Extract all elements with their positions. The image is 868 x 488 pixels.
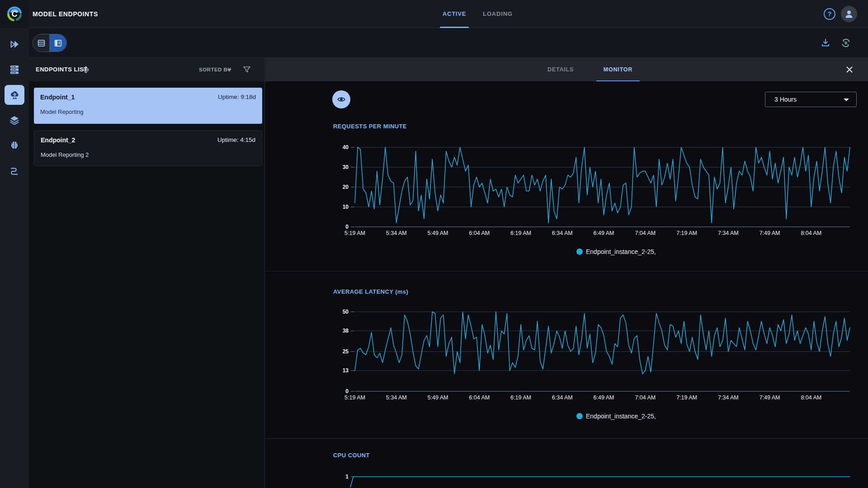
legend-label[interactable]: Endpoint_instance_2-25, — [586, 413, 656, 420]
legend-label[interactable]: Endpoint_instance_2-25, — [586, 248, 656, 255]
endpoints-list-header: ENDPOINTS LIST SORTED BY — [29, 58, 264, 81]
user-avatar[interactable] — [841, 6, 857, 22]
split-view-button[interactable] — [50, 34, 66, 52]
close-icon — [845, 66, 854, 74]
endpoint-uptime: Uptime: 4:15d — [217, 136, 255, 143]
svg-text:5:34 AM: 5:34 AM — [386, 230, 407, 236]
sidebar-item-model-endpoints[interactable] — [5, 85, 24, 105]
endpoint-card[interactable]: Endpoint_2 Uptime: 4:15d Model Reporting… — [34, 130, 262, 166]
sidebar: C — [0, 0, 29, 488]
svg-text:6:19 AM: 6:19 AM — [510, 230, 531, 236]
svg-text:5:19 AM: 5:19 AM — [344, 394, 365, 401]
filter-button[interactable] — [242, 65, 251, 74]
endpoint-uptime: Uptime: 9:18d — [218, 94, 256, 100]
sidebar-item-datasets[interactable] — [5, 110, 24, 130]
legend-marker[interactable] — [576, 413, 583, 419]
endpoint-project: Model Reporting 2 — [41, 151, 89, 158]
section-divider — [265, 438, 868, 439]
svg-text:6:49 AM: 6:49 AM — [594, 394, 614, 401]
server-rack-icon — [9, 64, 20, 75]
monitor-tab-strip: DETAILS MONITOR — [265, 58, 868, 81]
svg-text:20: 20 — [343, 184, 349, 190]
requests-per-minute-chart[interactable]: 0102030405:19 AM5:34 AM5:49 AM6:04 AM6:1… — [265, 140, 868, 258]
svg-text:1: 1 — [345, 474, 349, 480]
svg-text:7:04 AM: 7:04 AM — [635, 230, 656, 236]
svg-text:6:19 AM: 6:19 AM — [510, 394, 531, 401]
chevron-down-icon[interactable] — [227, 69, 231, 71]
cloud-gear-icon — [9, 89, 20, 100]
sort-settings-button[interactable] — [82, 66, 90, 74]
close-button[interactable] — [845, 66, 854, 74]
download-icon — [820, 38, 831, 48]
svg-text:6:04 AM: 6:04 AM — [469, 394, 490, 401]
download-button[interactable] — [820, 38, 831, 48]
sidebar-item-getting-started[interactable] — [5, 34, 24, 54]
view-toggle — [33, 34, 67, 52]
auto-refresh-icon — [840, 38, 851, 48]
endpoints-list-panel: ENDPOINTS LIST SORTED BY Endpoint_1 Upti… — [29, 58, 265, 488]
brain-icon — [9, 140, 20, 151]
legend-marker[interactable] — [576, 249, 583, 255]
help-button[interactable]: ? — [824, 8, 835, 20]
clearml-logo[interactable]: C — [0, 0, 29, 28]
svg-text:7:49 AM: 7:49 AM — [760, 230, 780, 236]
top-bar: MODEL ENDPOINTS ACTIVE LOADING ? — [29, 0, 868, 28]
svg-text:7:34 AM: 7:34 AM — [718, 230, 739, 236]
filter-funnel-icon — [242, 65, 251, 74]
svg-text:6:04 AM: 6:04 AM — [469, 230, 490, 236]
svg-text:5:49 AM: 5:49 AM — [428, 394, 448, 401]
app-root: C — [0, 0, 868, 488]
svg-text:7:19 AM: 7:19 AM — [676, 230, 697, 236]
tab-details[interactable]: DETAILS — [542, 58, 579, 81]
svg-text:C: C — [12, 9, 18, 19]
split-view-icon — [54, 39, 62, 47]
svg-text:5:49 AM: 5:49 AM — [428, 230, 448, 236]
layers-icon — [9, 115, 20, 126]
svg-text:7:34 AM: 7:34 AM — [718, 394, 739, 401]
person-icon — [844, 9, 854, 19]
tab-loading[interactable]: LOADING — [481, 0, 514, 28]
average-latency-chart[interactable]: 0132538505:19 AM5:34 AM5:49 AM6:04 AM6:1… — [265, 305, 868, 422]
time-range-value: 3 Hours — [774, 96, 797, 103]
svg-text:13: 13 — [343, 367, 349, 374]
monitor-panel-body: 3 Hours REQUESTS PER MINUTE 0102030405:1… — [265, 81, 868, 488]
sidebar-nav — [0, 34, 29, 181]
table-view-icon — [38, 39, 45, 47]
auto-refresh-button[interactable] — [840, 38, 851, 48]
endpoint-project: Model Reporting — [40, 108, 83, 115]
svg-text:7:19 AM: 7:19 AM — [676, 394, 697, 401]
svg-text:6:34 AM: 6:34 AM — [552, 394, 573, 401]
sort-arrows-icon — [82, 66, 90, 74]
clearml-logo-icon: C — [6, 5, 23, 23]
svg-text:25: 25 — [343, 348, 349, 355]
svg-text:5:34 AM: 5:34 AM — [386, 394, 407, 401]
toolbar — [29, 28, 868, 58]
sidebar-item-pipelines[interactable] — [5, 161, 24, 181]
visibility-button[interactable] — [332, 90, 350, 108]
cpu-count-chart[interactable]: 1 — [265, 470, 868, 488]
endpoint-name: Endpoint_1 — [40, 94, 75, 101]
svg-text:6:34 AM: 6:34 AM — [552, 230, 573, 236]
tab-active[interactable]: ACTIVE — [438, 0, 471, 28]
time-range-dropdown[interactable]: 3 Hours — [765, 92, 857, 107]
sidebar-item-models[interactable] — [5, 136, 24, 155]
endpoint-card-selected[interactable]: Endpoint_1 Uptime: 9:18d Model Reporting — [34, 88, 262, 124]
chart-title-latency: AVERAGE LATENCY (ms) — [333, 288, 408, 295]
pipelines-icon — [9, 165, 20, 176]
tab-monitor[interactable]: MONITOR — [598, 58, 638, 81]
svg-text:38: 38 — [343, 328, 349, 334]
svg-text:8:04 AM: 8:04 AM — [801, 394, 821, 401]
table-view-button[interactable] — [33, 34, 50, 52]
svg-text:5:19 AM: 5:19 AM — [344, 230, 365, 236]
chart-title-cpu: CPU COUNT — [333, 452, 370, 459]
sidebar-item-workers[interactable] — [5, 60, 24, 80]
chart-title-requests: REQUESTS PER MINUTE — [333, 123, 407, 130]
svg-text:0: 0 — [345, 388, 349, 394]
svg-text:40: 40 — [343, 144, 349, 150]
eye-icon — [337, 95, 346, 104]
svg-text:6:49 AM: 6:49 AM — [594, 230, 614, 236]
sorted-by-dropdown[interactable]: SORTED BY — [199, 58, 231, 81]
fast-forward-icon — [9, 39, 20, 50]
chevron-down-icon — [844, 99, 849, 101]
svg-text:0: 0 — [345, 224, 349, 230]
